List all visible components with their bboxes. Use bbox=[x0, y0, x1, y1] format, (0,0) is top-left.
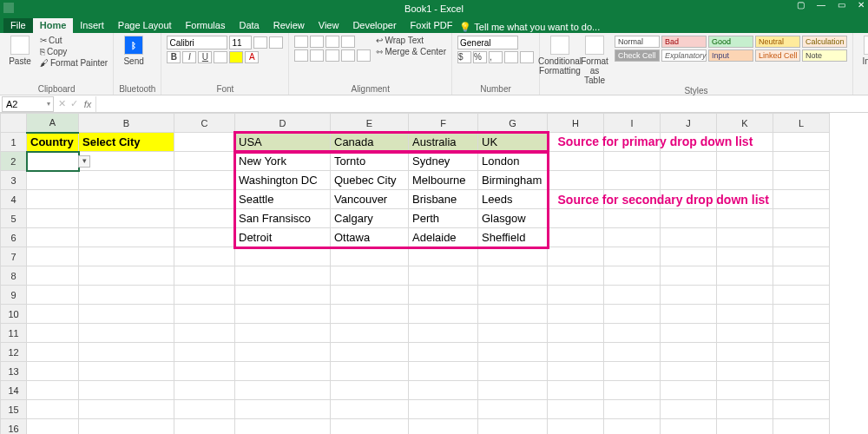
tellme-search[interactable]: 💡 Tell me what you want to do... bbox=[459, 22, 600, 33]
cell-A15[interactable] bbox=[27, 400, 79, 419]
cell-I12[interactable] bbox=[604, 343, 661, 362]
cell-H11[interactable] bbox=[548, 324, 604, 343]
row-header-10[interactable]: 10 bbox=[1, 305, 27, 324]
orientation-icon[interactable] bbox=[341, 36, 355, 48]
row-header-13[interactable]: 13 bbox=[1, 362, 27, 381]
cell-J2[interactable] bbox=[661, 152, 717, 171]
cell-B1[interactable]: Select City bbox=[79, 133, 174, 152]
style-normal[interactable]: Normal bbox=[615, 36, 660, 48]
cell-H5[interactable] bbox=[548, 209, 604, 228]
cell-B7[interactable] bbox=[79, 247, 174, 266]
cell-H15[interactable] bbox=[548, 400, 604, 419]
cell-C10[interactable] bbox=[174, 305, 235, 324]
cell-D14[interactable] bbox=[235, 381, 331, 400]
cell-A4[interactable] bbox=[27, 190, 79, 209]
style-note[interactable]: Note bbox=[802, 49, 847, 62]
style-check-cell[interactable]: Check Cell bbox=[615, 49, 660, 62]
cell-I14[interactable] bbox=[604, 381, 661, 400]
cell-C1[interactable] bbox=[174, 133, 235, 152]
cell-D15[interactable] bbox=[235, 400, 331, 419]
cell-G8[interactable] bbox=[478, 266, 548, 286]
col-header-A[interactable]: A bbox=[27, 114, 79, 133]
ribbon-options-icon[interactable]: ▢ bbox=[797, 0, 805, 10]
style-bad[interactable]: Bad bbox=[661, 36, 707, 48]
cell-I2[interactable] bbox=[604, 152, 661, 171]
cell-C16[interactable] bbox=[174, 419, 235, 435]
cell-A1[interactable]: Country bbox=[27, 133, 79, 152]
align-top-icon[interactable] bbox=[294, 36, 308, 48]
accept-formula-icon[interactable]: ✓ bbox=[68, 98, 80, 109]
align-middle-icon[interactable] bbox=[310, 36, 324, 48]
cell-A12[interactable] bbox=[27, 343, 79, 362]
col-header-G[interactable]: G bbox=[478, 114, 548, 133]
cell-F2[interactable]: Sydney bbox=[409, 152, 478, 171]
row-header-8[interactable]: 8 bbox=[1, 266, 27, 286]
style-neutral[interactable]: Neutral bbox=[755, 36, 800, 48]
row-header-4[interactable]: 4 bbox=[1, 190, 27, 209]
cell-K6[interactable] bbox=[717, 228, 773, 247]
cell-E13[interactable] bbox=[331, 362, 409, 381]
cell-J5[interactable] bbox=[661, 209, 717, 228]
tab-home[interactable]: Home bbox=[33, 18, 74, 33]
cell-F7[interactable] bbox=[409, 247, 478, 266]
style-input[interactable]: Input bbox=[708, 49, 753, 62]
cell-C6[interactable] bbox=[174, 228, 235, 247]
cell-G12[interactable] bbox=[478, 343, 548, 362]
cell-J7[interactable] bbox=[661, 247, 717, 266]
cell-L4[interactable] bbox=[773, 190, 830, 209]
minimize-icon[interactable]: — bbox=[817, 0, 825, 10]
cell-B16[interactable] bbox=[79, 419, 174, 435]
row-header-9[interactable]: 9 bbox=[1, 286, 27, 305]
cell-A6[interactable] bbox=[27, 228, 79, 247]
cell-A2[interactable] bbox=[27, 152, 79, 171]
cell-K3[interactable] bbox=[717, 171, 773, 190]
cell-H10[interactable] bbox=[548, 305, 604, 324]
maximize-icon[interactable]: ▭ bbox=[838, 0, 845, 10]
cell-J11[interactable] bbox=[661, 324, 717, 343]
cell-C12[interactable] bbox=[174, 343, 235, 362]
font-size-combo[interactable] bbox=[229, 36, 252, 49]
cell-F11[interactable] bbox=[409, 324, 478, 343]
increase-font-icon[interactable] bbox=[253, 36, 267, 49]
cell-H3[interactable] bbox=[548, 171, 604, 190]
paste-button[interactable]: Paste bbox=[5, 36, 35, 66]
cell-G13[interactable] bbox=[478, 362, 548, 381]
cell-K11[interactable] bbox=[717, 324, 773, 343]
cell-L7[interactable] bbox=[773, 247, 830, 266]
cell-D12[interactable] bbox=[235, 343, 331, 362]
cell-B5[interactable] bbox=[79, 209, 174, 228]
decrease-decimal-icon[interactable] bbox=[520, 51, 534, 63]
cell-I8[interactable] bbox=[604, 266, 661, 286]
cell-K5[interactable] bbox=[717, 209, 773, 228]
name-box[interactable]: A2 bbox=[2, 96, 54, 112]
conditional-formatting-button[interactable]: Conditional Formatting bbox=[545, 36, 575, 76]
cut-button[interactable]: ✂ Cut bbox=[40, 36, 108, 45]
cell-G11[interactable] bbox=[478, 324, 548, 343]
cell-C15[interactable] bbox=[174, 400, 235, 419]
fx-icon[interactable]: fx bbox=[80, 99, 95, 109]
cell-D2[interactable]: New York bbox=[235, 152, 331, 171]
cell-G2[interactable]: London bbox=[478, 152, 548, 171]
cell-I13[interactable] bbox=[604, 362, 661, 381]
row-header-7[interactable]: 7 bbox=[1, 247, 27, 266]
cell-I16[interactable] bbox=[604, 419, 661, 435]
cell-H8[interactable] bbox=[548, 266, 604, 286]
increase-decimal-icon[interactable] bbox=[504, 51, 518, 63]
style-calculation[interactable]: Calculation bbox=[802, 36, 847, 48]
cell-F12[interactable] bbox=[409, 343, 478, 362]
tab-page-layout[interactable]: Page Layout bbox=[111, 18, 179, 33]
send-button[interactable]: ᛒ Send bbox=[119, 36, 148, 66]
cell-I11[interactable] bbox=[604, 324, 661, 343]
cell-C14[interactable] bbox=[174, 381, 235, 400]
decrease-indent-icon[interactable] bbox=[341, 49, 355, 62]
cell-G7[interactable] bbox=[478, 247, 548, 266]
cell-F10[interactable] bbox=[409, 305, 478, 324]
cell-G5[interactable]: Glasgow bbox=[478, 209, 548, 228]
tab-data[interactable]: Data bbox=[232, 18, 266, 33]
col-header-I[interactable]: I bbox=[604, 114, 661, 133]
cell-J8[interactable] bbox=[661, 266, 717, 286]
cell-K10[interactable] bbox=[717, 305, 773, 324]
cell-F15[interactable] bbox=[409, 400, 478, 419]
cell-C4[interactable] bbox=[174, 190, 235, 209]
border-button[interactable] bbox=[214, 51, 227, 63]
